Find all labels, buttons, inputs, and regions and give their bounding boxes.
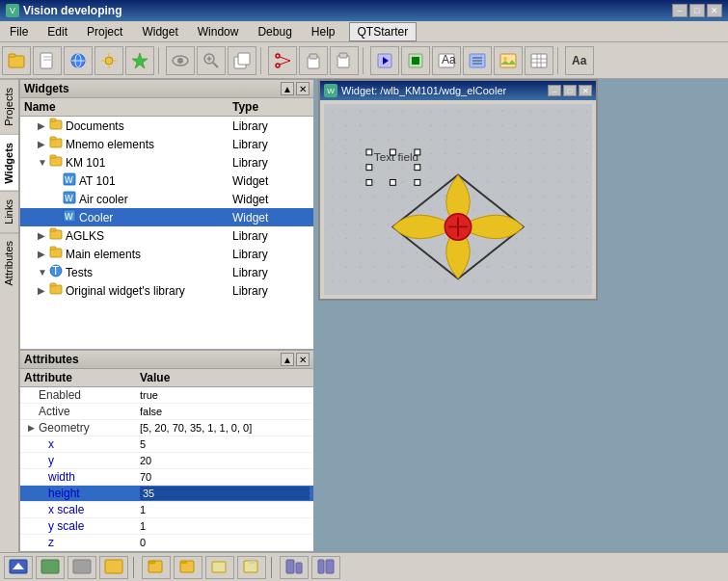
bottom-btn-1[interactable] [4, 556, 33, 579]
toolbar-paste2[interactable] [330, 46, 359, 75]
toolbar-text[interactable]: Aa [432, 46, 461, 75]
tree-item-type: Widget [232, 174, 310, 188]
attr-row[interactable]: Activefalse [20, 404, 313, 420]
toolbar-earth[interactable] [64, 46, 93, 75]
tree-item[interactable]: ▶Mnemo elementsLibrary [20, 135, 313, 153]
tree-item[interactable]: wAT 101Widget [20, 172, 313, 190]
widget-window[interactable]: W Widget: /wlb_KM101/wdg_elCooler – □ ✕ [318, 79, 598, 301]
svg-rect-0 [9, 56, 24, 67]
menu-widget[interactable]: Widget [136, 23, 183, 40]
widgets-expand-btn[interactable]: ▲ [281, 82, 294, 95]
bottom-btn-4[interactable] [99, 556, 128, 579]
bottom-btn-6[interactable] [174, 556, 202, 579]
tab-attributes[interactable]: Attributes [0, 232, 18, 293]
toolbar-scissors[interactable] [268, 46, 297, 75]
attr-row[interactable]: height35 [20, 486, 313, 502]
toolbar-open[interactable] [2, 46, 31, 75]
tree-item[interactable]: ▶Original widget's libraryLibrary [20, 281, 313, 300]
attr-expand-btn[interactable]: ▲ [281, 353, 294, 366]
title-bar-left: V Vision developing [6, 4, 121, 17]
widgets-close-btn[interactable]: ✕ [296, 82, 310, 95]
tree-item-label: Main elements [66, 248, 141, 261]
tree-item[interactable]: ▶DocumentsLibrary [20, 117, 313, 135]
menu-help[interactable]: Help [306, 23, 341, 40]
toolbar-settings[interactable] [463, 46, 492, 75]
attr-close-btn[interactable]: ✕ [296, 353, 310, 366]
svg-rect-84 [318, 560, 324, 573]
toolbar-picture[interactable] [494, 46, 523, 75]
toolbar-sun[interactable] [94, 46, 123, 75]
attr-name-label: width [48, 470, 75, 484]
tree-header: Name Type [20, 98, 313, 117]
tree-item[interactable]: wCoolerWidget [20, 208, 313, 226]
menu-debug[interactable]: Debug [252, 23, 297, 40]
widget-maximize[interactable]: □ [563, 85, 577, 96]
tree-item-type: Library [232, 248, 310, 261]
toolbar-aa[interactable]: Aa [565, 46, 594, 75]
toolbar-stop[interactable] [401, 46, 430, 75]
tree-item[interactable]: ▶Main elementsLibrary [20, 245, 313, 263]
attr-row[interactable]: y20 [20, 453, 313, 469]
sel-handle-bl [366, 179, 372, 185]
tree-item[interactable]: ▼TTestsLibrary [20, 263, 313, 281]
widget-title-text: Widget: /wlb_KM101/wdg_elCooler [341, 85, 506, 96]
svg-text:Aa: Aa [442, 53, 456, 66]
widgets-panel: Widgets ▲ ✕ Name Type ▶DocumentsLibrary▶… [19, 79, 313, 350]
tree-item[interactable]: ▼KM 101Library [20, 153, 313, 172]
bottom-btn-2[interactable] [36, 556, 65, 579]
bottom-btn-8[interactable] [237, 556, 266, 579]
menu-edit[interactable]: Edit [41, 23, 73, 40]
tree-item[interactable]: wAir coolerWidget [20, 190, 313, 208]
toolbar-grid[interactable] [525, 46, 553, 75]
attr-value-label: 1 [140, 504, 310, 515]
attr-row[interactable]: Enabledtrue [20, 387, 313, 404]
tab-links[interactable]: Links [0, 191, 18, 232]
attr-row[interactable]: y scale1 [20, 518, 313, 535]
attr-row[interactable]: x scale1 [20, 502, 313, 518]
menu-project[interactable]: Project [81, 23, 128, 40]
widget-minimize[interactable]: – [548, 85, 561, 96]
attributes-title: Attributes [24, 353, 79, 366]
toolbar-eye[interactable] [166, 46, 195, 75]
svg-rect-85 [326, 560, 334, 573]
svg-line-17 [213, 63, 218, 67]
bottom-btn-3[interactable] [67, 556, 96, 579]
maximize-button[interactable]: □ [689, 4, 705, 17]
bottom-btn-10[interactable] [311, 556, 340, 579]
menu-window[interactable]: Window [192, 23, 245, 40]
qt-starter-button[interactable]: QTStarter [349, 22, 418, 41]
attr-row[interactable]: x5 [20, 436, 313, 453]
tree-item[interactable]: ▶AGLKSLibrary [20, 226, 313, 245]
main-content: Projects Widgets Links Attributes Widget… [0, 79, 728, 552]
tree-item-label: AGLKS [66, 229, 104, 243]
menu-file[interactable]: File [4, 23, 34, 40]
attr-expand-icon: ▶ [28, 423, 37, 433]
tree-item-icon: T [49, 264, 63, 280]
sel-handle-mr [415, 165, 420, 171]
tab-widgets[interactable]: Widgets [0, 134, 18, 192]
widget-close[interactable]: ✕ [579, 85, 592, 96]
toolbar-run[interactable] [370, 46, 399, 75]
attr-row[interactable]: width70 [20, 469, 313, 486]
toolbar-star[interactable] [125, 46, 154, 75]
bottom-btn-5[interactable] [142, 556, 171, 579]
toolbar-paste1[interactable] [299, 46, 328, 75]
minimize-button[interactable]: – [672, 4, 688, 17]
title-text: Vision developing [23, 4, 121, 17]
tree-item-type: Library [232, 138, 310, 151]
expand-icon: ▶ [38, 139, 47, 149]
bottom-btn-7[interactable] [205, 556, 234, 579]
widget-content: Text field [324, 104, 592, 295]
toolbar-zoom[interactable] [197, 46, 226, 75]
toolbar: Aa Aa [0, 42, 728, 79]
attr-row[interactable]: ▶Geometry[5, 20, 70, 35, 1, 1, 0, 0] [20, 420, 313, 436]
toolbar-copy[interactable] [228, 46, 256, 75]
attr-name-label: x scale [48, 503, 84, 516]
close-button[interactable]: ✕ [707, 4, 722, 17]
toolbar-new[interactable] [33, 46, 62, 75]
title-bar: V Vision developing – □ ✕ [0, 0, 728, 21]
svg-text:w: w [64, 191, 73, 204]
attr-row[interactable]: z0 [20, 535, 313, 551]
tab-projects[interactable]: Projects [0, 79, 18, 134]
bottom-btn-9[interactable] [280, 556, 309, 579]
